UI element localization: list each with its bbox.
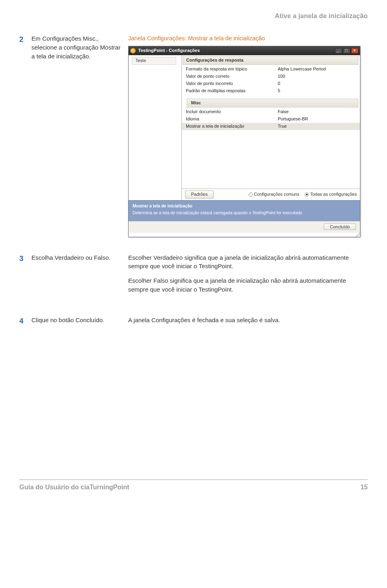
defaults-button[interactable]: Padrões <box>185 190 214 199</box>
radio-label: Configurações comuns <box>254 191 300 198</box>
step-3-instruction: Escolha Verdadeiro ou Falso. <box>31 253 128 262</box>
tree-item-teste[interactable]: Teste <box>132 57 176 65</box>
prop-value: True <box>278 123 360 130</box>
prop-key: Padrão de múltiplas respostas <box>182 88 278 94</box>
done-button[interactable]: Concluído <box>324 224 356 230</box>
prop-key: Mostrar a tela de inicialização <box>182 123 278 130</box>
app-icon <box>130 48 136 54</box>
page-number: 15 <box>360 482 368 492</box>
prop-row[interactable]: IdiomaPortuguese-BR <box>182 116 360 123</box>
help-text: Determina se a tela de inicialização est… <box>133 210 356 216</box>
footer-rule <box>19 479 368 480</box>
prop-value: False <box>278 109 360 115</box>
group-header-resposta: Configurações de resposta <box>183 56 358 65</box>
step-2-instruction: Em Configurações Misc., selecione a conf… <box>31 34 128 60</box>
prop-row-selected[interactable]: Mostrar a tela de inicializaçãoTrue <box>182 123 360 130</box>
step-number: 2 <box>19 34 31 45</box>
prop-value: 5 <box>278 88 360 94</box>
prop-key: Valor de ponto correto <box>182 73 278 80</box>
prop-value: 100 <box>278 73 360 80</box>
step-4-instruction: Clique no botão Concluído. <box>31 316 128 325</box>
prop-key: Formato da resposta em tópico <box>182 66 278 72</box>
prop-row[interactable]: Incluir documentoFalse <box>182 108 360 116</box>
help-title: Mostrar a tela de inicialização <box>133 203 356 209</box>
step-4: 4 Clique no botão Concluído. A janela Co… <box>19 316 368 326</box>
prop-row[interactable]: Valor de ponto incorreto0 <box>182 80 360 87</box>
step-3-para-2: Escolher Falso significa que a janela de… <box>128 276 368 294</box>
step-2: 2 Em Configurações Misc., selecione a co… <box>19 34 368 237</box>
radio-all-configs[interactable]: Todas as configurações <box>305 191 357 198</box>
minimize-button[interactable]: _ <box>335 48 342 54</box>
maximize-button[interactable]: □ <box>343 48 350 54</box>
group-header-misc: Misc <box>187 99 358 108</box>
footer-title: Guia do Usuário do ciaTurningPoint <box>19 482 129 492</box>
prop-key: Incluir documento <box>182 109 278 115</box>
prop-row[interactable]: Formato da resposta em tópicoAlpha Lower… <box>182 66 360 73</box>
prop-value: 0 <box>278 81 360 87</box>
prop-key: Idioma <box>182 116 278 122</box>
close-button[interactable]: × <box>351 48 358 54</box>
titlebar: TestingPoint - Configurações _ □ × <box>129 46 360 55</box>
prop-value: Portuguese-BR <box>278 116 360 122</box>
prop-row[interactable]: Valor de ponto correto100 <box>182 73 360 80</box>
tree-panel: Teste <box>129 55 182 200</box>
figure-caption: Janela Configurações: Mostrar a tela de … <box>128 34 368 43</box>
step-number: 4 <box>19 316 31 326</box>
prop-value: Alpha Lowercase Period <box>278 66 360 72</box>
radio-common-configs[interactable]: Configurações comuns <box>249 191 300 198</box>
step-4-result: A janela Configurações é fechada e sua s… <box>128 316 368 325</box>
radio-label: Todas as configurações <box>310 191 357 198</box>
step-3-para-1: Escolher Verdadeiro significa que a jane… <box>128 253 368 271</box>
running-head: Ative a janela de inicialização <box>19 11 368 21</box>
window-title: TestingPoint - Configurações <box>138 48 335 54</box>
help-panel: Mostrar a tela de inicialização Determin… <box>129 200 360 221</box>
property-panel: Configurações de resposta Formato da res… <box>182 55 360 200</box>
step-3: 3 Escolha Verdadeiro ou Falso. Escolher … <box>19 253 368 300</box>
config-window: TestingPoint - Configurações _ □ × Teste… <box>128 46 360 237</box>
prop-row[interactable]: Padrão de múltiplas respostas5 <box>182 87 360 95</box>
bottom-toolbar: Padrões Configurações comuns Todas as co… <box>182 188 360 200</box>
resize-grip-icon[interactable] <box>129 233 360 237</box>
step-number: 3 <box>19 253 31 264</box>
prop-key: Valor de ponto incorreto <box>182 81 278 87</box>
